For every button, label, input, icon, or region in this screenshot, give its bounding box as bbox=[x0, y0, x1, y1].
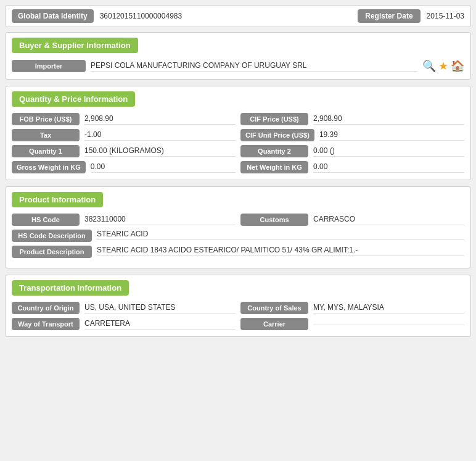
origin-value: US, USA, UNITED STATES bbox=[84, 303, 236, 314]
hs-desc-label: HS Code Description bbox=[12, 230, 92, 242]
transportation-header: Transportation Information bbox=[12, 280, 129, 296]
tax-label: Tax bbox=[12, 129, 80, 141]
origin-sales-row: Country of Origin US, USA, UNITED STATES… bbox=[12, 302, 464, 314]
cif-col: CIF Price (US$) 2,908.90 bbox=[240, 113, 464, 125]
qty1-qty2-row: Quantity 1 150.00 (KILOGRAMOS) Quantity … bbox=[12, 145, 464, 157]
tax-cifunit-row: Tax -1.00 CIF Unit Price (US$) 19.39 bbox=[12, 129, 464, 141]
qty1-label: Quantity 1 bbox=[12, 145, 80, 157]
register-date-value: 2015-11-03 bbox=[427, 12, 464, 20]
tax-col: Tax -1.00 bbox=[12, 129, 236, 141]
gross-label: Gross Weight in KG bbox=[12, 161, 86, 173]
prod-desc-row: Product Description STEARIC ACID 1843 AC… bbox=[12, 246, 464, 258]
origin-col: Country of Origin US, USA, UNITED STATES bbox=[12, 302, 236, 314]
home-icon[interactable]: 🏠 bbox=[451, 59, 464, 73]
hs-desc-value: STEARIC ACID bbox=[97, 230, 464, 240]
global-id-label: Global Data Identity bbox=[12, 9, 94, 23]
hscode-customs-row: HS Code 3823110000 Customs CARRASCO bbox=[12, 214, 464, 226]
cif-unit-label: CIF Unit Price (US$) bbox=[240, 129, 314, 141]
importer-value: PEPSI COLA MANUFACTURING COMPANY OF URUG… bbox=[91, 61, 417, 72]
page-wrapper: Global Data Identity 3601201511000000498… bbox=[0, 0, 476, 461]
sales-col: Country of Sales MY, MYS, MALAYSIA bbox=[240, 302, 464, 314]
hscode-label: HS Code bbox=[12, 214, 80, 226]
carrier-value bbox=[313, 323, 464, 325]
net-value: 0.00 bbox=[313, 162, 464, 173]
quantity-price-section: Quantity & Price Information FOB Price (… bbox=[5, 86, 471, 180]
prod-desc-label: Product Description bbox=[12, 246, 92, 258]
prod-desc-value: STEARIC ACID 1843 ACIDO ESTEARICO/ PALMI… bbox=[97, 246, 464, 256]
identity-bar: Global Data Identity 3601201511000000498… bbox=[5, 5, 471, 27]
fob-cif-row: FOB Price (US$) 2,908.90 CIF Price (US$)… bbox=[12, 113, 464, 125]
importer-icons: 🔍 ★ 🏠 bbox=[422, 59, 464, 73]
cif-value: 2,908.90 bbox=[313, 114, 464, 125]
buyer-supplier-section: Buyer & Supplier Information Importer PE… bbox=[5, 32, 471, 80]
qty1-value: 150.00 (KILOGRAMOS) bbox=[84, 146, 236, 157]
customs-col: Customs CARRASCO bbox=[240, 214, 464, 226]
cif-unit-col: CIF Unit Price (US$) 19.39 bbox=[240, 129, 464, 141]
cif-label: CIF Price (US$) bbox=[240, 113, 308, 125]
qty2-value: 0.00 () bbox=[313, 146, 464, 157]
qty2-label: Quantity 2 bbox=[240, 145, 308, 157]
quantity-price-header: Quantity & Price Information bbox=[12, 91, 135, 107]
fob-label: FOB Price (US$) bbox=[12, 113, 80, 125]
hscode-col: HS Code 3823110000 bbox=[12, 214, 236, 226]
qty2-col: Quantity 2 0.00 () bbox=[240, 145, 464, 157]
net-col: Net Weight in KG 0.00 bbox=[240, 161, 464, 173]
transport-carrier-row: Way of Transport CARRETERA Carrier bbox=[12, 318, 464, 330]
carrier-col: Carrier bbox=[240, 318, 464, 330]
sales-value: MY, MYS, MALAYSIA bbox=[313, 303, 464, 314]
transport-col: Way of Transport CARRETERA bbox=[12, 318, 236, 330]
origin-label: Country of Origin bbox=[12, 302, 80, 314]
gross-value: 0.00 bbox=[91, 162, 236, 173]
transportation-section: Transportation Information Country of Or… bbox=[5, 275, 471, 337]
product-info-header: Product Information bbox=[12, 192, 103, 207]
importer-row: Importer PEPSI COLA MANUFACTURING COMPAN… bbox=[12, 59, 464, 73]
register-date-button[interactable]: Register Date bbox=[358, 9, 420, 23]
sales-label: Country of Sales bbox=[240, 302, 308, 314]
gross-col: Gross Weight in KG 0.00 bbox=[12, 161, 236, 173]
gross-net-row: Gross Weight in KG 0.00 Net Weight in KG… bbox=[12, 161, 464, 173]
global-id-value: 36012015110000004983 bbox=[100, 12, 352, 20]
net-label: Net Weight in KG bbox=[240, 161, 308, 173]
transport-value: CARRETERA bbox=[84, 319, 236, 330]
tax-value: -1.00 bbox=[84, 130, 236, 141]
hs-desc-row: HS Code Description STEARIC ACID bbox=[12, 230, 464, 242]
transport-label: Way of Transport bbox=[12, 318, 80, 330]
qty1-col: Quantity 1 150.00 (KILOGRAMOS) bbox=[12, 145, 236, 157]
customs-value: CARRASCO bbox=[313, 215, 464, 225]
fob-col: FOB Price (US$) 2,908.90 bbox=[12, 113, 236, 125]
fob-value: 2,908.90 bbox=[84, 114, 236, 125]
star-icon[interactable]: ★ bbox=[438, 59, 448, 73]
search-icon[interactable]: 🔍 bbox=[422, 59, 436, 73]
hscode-value: 3823110000 bbox=[84, 215, 236, 225]
carrier-label: Carrier bbox=[240, 318, 308, 330]
cif-unit-value: 19.39 bbox=[319, 130, 464, 141]
buyer-supplier-header: Buyer & Supplier Information bbox=[12, 38, 138, 53]
importer-label: Importer bbox=[12, 60, 86, 72]
product-info-section: Product Information HS Code 3823110000 C… bbox=[5, 186, 471, 268]
customs-label: Customs bbox=[240, 214, 308, 226]
